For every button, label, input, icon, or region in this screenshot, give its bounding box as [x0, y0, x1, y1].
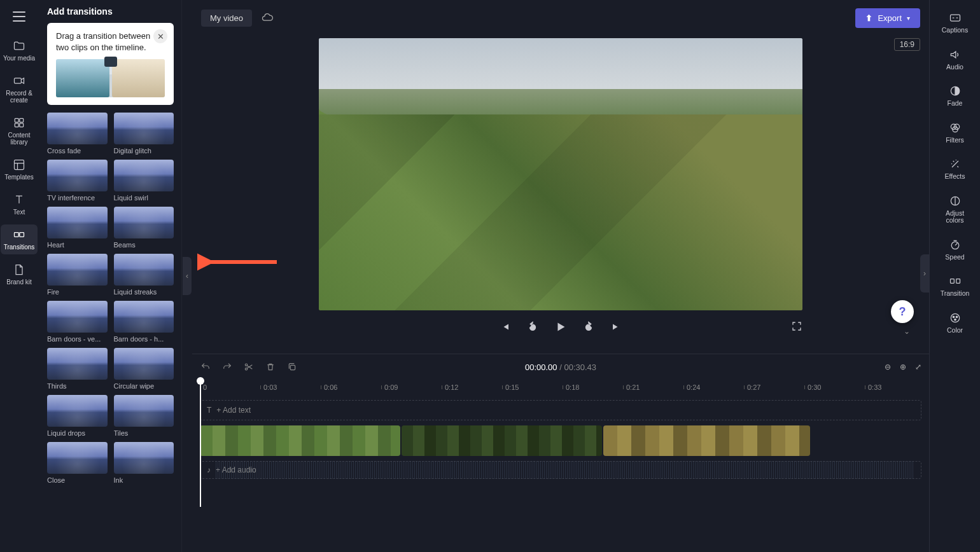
fullscreen-icon[interactable] — [791, 321, 802, 334]
redo-icon[interactable] — [221, 361, 233, 373]
undo-icon[interactable] — [200, 361, 211, 373]
aspect-ratio-button[interactable]: 16:9 — [894, 38, 920, 51]
help-button[interactable]: ? — [891, 300, 914, 323]
ruler-tick: 0:03 — [260, 380, 321, 395]
right-captions[interactable]: Captions — [935, 6, 976, 39]
transition-item[interactable]: Thirds — [47, 348, 108, 390]
transition-label: Circular wipe — [114, 382, 174, 390]
transition-item[interactable]: Beams — [114, 207, 174, 249]
transition-item[interactable]: Heart — [47, 207, 108, 249]
close-icon[interactable]: ✕ — [153, 29, 167, 43]
duplicate-icon[interactable] — [286, 361, 298, 373]
transition-thumb — [47, 442, 108, 474]
transition-item[interactable]: Circular wipe — [114, 348, 174, 390]
transition-thumb — [114, 395, 174, 427]
current-time: 00:00.00 — [525, 362, 557, 372]
cloud-sync-icon[interactable] — [260, 10, 275, 25]
video-clip-2[interactable] — [402, 425, 602, 456]
zoom-in-icon[interactable]: ⊕ — [900, 362, 906, 371]
export-label: Export — [878, 13, 902, 23]
right-label: Captions — [942, 27, 968, 34]
timeline-toolbar: 00:00.00 / 00:30.43 ⊖ ⊕ ⤢ — [192, 354, 929, 380]
right-speed[interactable]: Speed — [935, 233, 976, 266]
svg-rect-3 — [15, 123, 18, 127]
rail-text[interactable]: Text — [1, 190, 38, 219]
right-color[interactable]: Color — [935, 307, 976, 340]
right-audio[interactable]: Audio — [935, 43, 976, 76]
right-property-rail: Captions Audio Fade Filters Effects Adju… — [929, 0, 980, 552]
timeline-rows: T + Add text ♪ + Add audio — [192, 395, 929, 552]
transition-item[interactable]: Cross fade — [47, 113, 108, 155]
forward-10-icon[interactable] — [582, 320, 596, 334]
project-title[interactable]: My video — [201, 10, 252, 27]
transition-label: Liquid streaks — [114, 288, 174, 296]
transition-thumb — [47, 348, 108, 380]
right-label: Filters — [946, 137, 964, 144]
transitions-grid: Cross fadeDigital glitchTV interferenceL… — [47, 113, 174, 484]
ruler-tick: 0:18 — [563, 380, 623, 395]
zoom-out-icon[interactable]: ⊖ — [885, 362, 891, 371]
ruler-tick: 0 — [200, 380, 260, 395]
ruler-tick: 0:24 — [683, 380, 744, 395]
rail-content-library[interactable]: Content library — [1, 113, 38, 149]
transition-label: Barn doors - h... — [114, 335, 174, 343]
playhead[interactable] — [200, 380, 201, 507]
video-clip-3[interactable] — [603, 425, 810, 456]
right-transition[interactable]: Transition — [935, 270, 976, 303]
transition-item[interactable]: Tiles — [114, 395, 174, 437]
rewind-10-icon[interactable] — [526, 320, 540, 334]
transition-item[interactable]: Barn doors - h... — [114, 301, 174, 343]
rail-brand-kit[interactable]: Brand kit — [1, 259, 38, 289]
right-effects[interactable]: Effects — [935, 153, 976, 186]
skip-end-icon[interactable] — [610, 320, 624, 334]
hamburger-menu[interactable] — [10, 8, 28, 25]
chevron-down-icon[interactable]: ⌄ — [904, 327, 910, 336]
right-label: Transition — [941, 290, 970, 298]
fit-icon[interactable]: ⤢ — [915, 362, 921, 371]
rail-templates[interactable]: Templates — [1, 155, 38, 184]
play-icon[interactable] — [554, 320, 568, 334]
export-button[interactable]: ⬆ Export ▾ — [855, 8, 920, 28]
video-clip-1[interactable] — [200, 425, 400, 456]
ruler-tick: 0:12 — [442, 380, 502, 395]
transition-label: Ink — [114, 476, 174, 484]
right-panel-collapse[interactable]: › — [920, 254, 929, 293]
text-icon — [13, 193, 25, 206]
transition-item[interactable]: Digital glitch — [114, 113, 174, 155]
transition-item[interactable]: Liquid drops — [47, 395, 108, 437]
video-preview[interactable] — [319, 38, 802, 310]
svg-rect-0 — [15, 78, 22, 83]
transition-thumb — [114, 207, 174, 238]
preview-area: 16:9 ? ⌄ — [192, 36, 929, 354]
text-track-row[interactable]: T + Add text — [200, 400, 921, 420]
audio-track-row[interactable]: ♪ + Add audio — [200, 461, 921, 479]
video-track-row[interactable] — [200, 425, 921, 456]
rail-transitions[interactable]: Transitions — [1, 224, 38, 254]
svg-rect-10 — [290, 365, 295, 369]
right-filters[interactable]: Filters — [935, 116, 976, 149]
panel-collapse-handle[interactable]: ‹ — [182, 0, 192, 552]
right-adjust-colors[interactable]: Adjust colors — [935, 190, 976, 230]
trash-icon[interactable] — [265, 361, 276, 373]
scissors-icon[interactable] — [243, 361, 255, 373]
transition-item[interactable]: Close — [47, 442, 108, 484]
transition-item[interactable]: TV interference — [47, 160, 108, 202]
transition-item[interactable]: Fire — [47, 254, 108, 296]
transition-item[interactable]: Ink — [114, 442, 174, 484]
transition-label: Digital glitch — [114, 147, 174, 155]
transition-item[interactable]: Liquid streaks — [114, 254, 174, 296]
svg-rect-4 — [20, 123, 24, 127]
tip-illustration — [56, 59, 165, 97]
transition-thumb — [47, 254, 108, 286]
transition-item[interactable]: Liquid swirl — [114, 160, 174, 202]
transition-label: Heart — [47, 241, 108, 249]
right-fade[interactable]: Fade — [935, 79, 976, 113]
rail-your-media[interactable]: Your media — [1, 36, 38, 66]
skip-start-icon[interactable] — [498, 320, 512, 334]
right-label: Color — [947, 327, 963, 335]
templates-icon — [13, 158, 25, 171]
transition-item[interactable]: Barn doors - ve... — [47, 301, 108, 343]
rail-record-create[interactable]: Record & create — [1, 71, 38, 107]
svg-point-22 — [956, 316, 958, 318]
timeline-ruler[interactable]: 00:030:060:090:120:150:180:210:240:270:3… — [192, 380, 929, 395]
